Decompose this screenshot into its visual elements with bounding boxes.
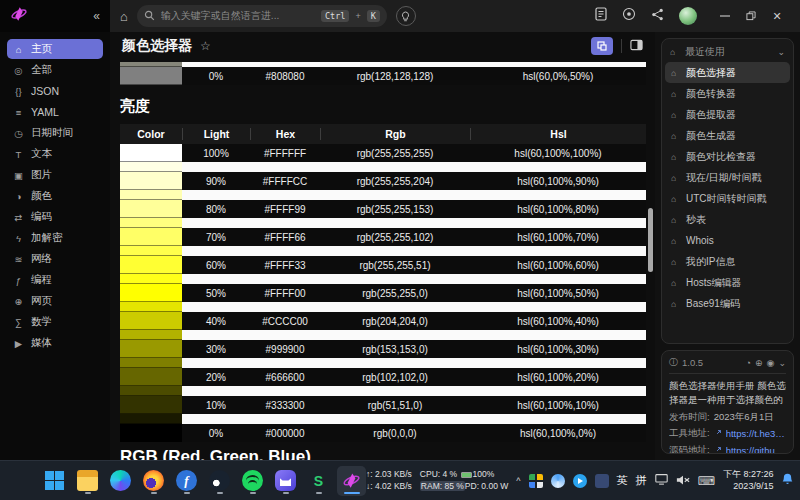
close-button[interactable]: ✕ [764, 0, 790, 32]
history-icon[interactable]: ◔ [746, 358, 751, 368]
taskbar-explorer-icon[interactable] [73, 466, 102, 496]
recent-item[interactable]: ⌂秒表 [665, 209, 790, 230]
sidebar-item-yaml[interactable]: ≡YAML [7, 102, 103, 122]
cell-light: 80% [182, 204, 250, 215]
volume-muted-icon[interactable] [676, 472, 690, 490]
recent-item[interactable]: ⌂Base91编码 [665, 293, 790, 314]
recent-header[interactable]: ⌂ 最近使用 ⌄ [665, 42, 790, 62]
recent-item[interactable]: ⌂Whois [665, 230, 790, 251]
scrollbar-thumb[interactable] [648, 208, 653, 272]
notification-bell-icon[interactable] [781, 472, 794, 490]
taskbar-clock[interactable]: 下午 8:27:26 2023/9/15 [723, 469, 774, 492]
taskbar-steam-icon[interactable] [205, 466, 234, 496]
recent-item[interactable]: ⌂我的IP信息 [665, 251, 790, 272]
favorite-star-icon[interactable]: ☆ [200, 39, 211, 53]
tool-icon: ⌂ [671, 215, 681, 225]
tray-blue-app-icon[interactable] [573, 474, 587, 488]
recent-item[interactable]: ⌂颜色提取器 [665, 104, 790, 125]
search-input[interactable]: 输入关键字或自然语言进... Ctrl + K [137, 5, 387, 27]
sidebar-item-encode[interactable]: ⇄编码 [7, 207, 103, 227]
tray-colorful-app-icon[interactable] [529, 474, 543, 488]
recent-item[interactable]: ⌂现在/日期/时间戳 [665, 167, 790, 188]
github-icon[interactable]: ◉ [767, 358, 775, 368]
color-swatch [120, 67, 182, 85]
cell-hsl: hsl(60,100%,80%) [470, 204, 646, 215]
sidebar-item-label: 网页 [31, 294, 52, 308]
start-logo [45, 471, 64, 490]
recent-item[interactable]: ⌂颜色生成器 [665, 125, 790, 146]
touch-keyboard-icon[interactable]: ⌨ [698, 474, 715, 488]
minimize-button[interactable] [712, 0, 738, 32]
collapse-sidebar-icon[interactable]: « [93, 9, 100, 23]
tool-icon: ⌂ [671, 68, 681, 78]
recent-item[interactable]: ⌂颜色转换器 [665, 83, 790, 104]
website-icon[interactable]: ⊕ [755, 358, 763, 368]
taskbar-edge-icon[interactable] [106, 466, 135, 496]
panel-chevron-icon[interactable]: ⌄ [778, 358, 786, 368]
user-avatar[interactable] [679, 7, 697, 25]
taskbar-he3-icon[interactable] [337, 466, 366, 496]
pin-window-icon[interactable] [591, 37, 613, 55]
sidebar-item-web[interactable]: ⊕网页 [7, 291, 103, 311]
tray-swirl-app-icon[interactable] [551, 474, 565, 488]
external-link-icon [714, 445, 722, 455]
sidebar-item-text[interactable]: T文本 [7, 144, 103, 164]
sidebar-item-crypto[interactable]: ϟ加解密 [7, 228, 103, 248]
taskbar-sapp-icon[interactable]: S [304, 466, 333, 496]
ime-english-indicator[interactable]: 英 [617, 473, 628, 488]
taskbar-start-icon[interactable] [40, 466, 69, 496]
changelog-icon[interactable] [595, 7, 607, 25]
scroll-content[interactable]: 0%#808080rgb(128,128,128)hsl(60,0%,50%) … [110, 60, 655, 460]
sidebar-item-home[interactable]: ⌂主页 [7, 39, 103, 59]
sidebar-item-network[interactable]: ≋网络 [7, 249, 103, 269]
sidebar-item-all[interactable]: ◎全部 [7, 60, 103, 80]
ime-pinyin-indicator[interactable]: 拼 [636, 473, 647, 488]
taskbar-spotify-icon[interactable] [238, 466, 267, 496]
home-icon[interactable]: ⌂ [120, 9, 128, 24]
window-controls: ✕ [712, 0, 790, 32]
col-header-light: Light [182, 128, 250, 140]
recent-item[interactable]: ⌂颜色选择器 [665, 62, 790, 83]
browser-icon[interactable] [622, 7, 636, 25]
sidebar-item-json[interactable]: {}JSON [7, 81, 103, 101]
taskbar-firefox-icon[interactable] [139, 466, 168, 496]
sidebar-item-media[interactable]: ▶媒体 [7, 333, 103, 353]
tool-icon: ⌂ [671, 89, 681, 99]
cell-rgb: rgb(0,0,0) [320, 428, 470, 439]
tool-version: 1.0.5 [682, 357, 703, 368]
info-field-link[interactable]: https://t.he3app.co… [726, 428, 786, 439]
recent-item[interactable]: ⌂颜色对比检查器 [665, 146, 790, 167]
sidebar-item-label: 颜色 [31, 189, 52, 203]
recent-item[interactable]: ⌂Hosts编辑器 [665, 272, 790, 293]
hint-lightbulb-icon[interactable] [396, 6, 416, 26]
screen-snip-icon[interactable] [655, 472, 668, 490]
tray-chevron-up-icon[interactable]: ^ [516, 476, 520, 486]
share-icon[interactable] [651, 7, 664, 25]
sidebar-item-image[interactable]: ▣图片 [7, 165, 103, 185]
sidebar-list: ⌂主页◎全部{}JSON≡YAML◷日期时间T文本▣图片◑颜色⇄编码ϟ加解密≋网… [0, 39, 110, 353]
info-field-label: 发布时间: [669, 411, 710, 424]
pd-stat: PD: 0.00 W [465, 481, 508, 491]
chevron-down-icon[interactable]: ⌄ [777, 47, 785, 57]
restore-button[interactable] [738, 0, 764, 32]
taskbar-fapp-icon[interactable]: f [172, 466, 201, 496]
sidebar-item-coding[interactable]: ƒ编程 [7, 270, 103, 290]
tool-icon: ⌂ [671, 257, 681, 267]
cell-light: 100% [182, 148, 250, 159]
toggle-panel-icon[interactable] [630, 37, 643, 55]
recent-item-label: Base91编码 [686, 297, 740, 311]
recent-item-label: 颜色生成器 [686, 129, 736, 143]
color-swatch [120, 330, 182, 340]
info-field-row: 源码地址:https://github.com… [669, 444, 786, 455]
main-content: 颜色选择器 ☆ 0%#808080rgb(128,128,128)hsl(60,… [110, 32, 655, 460]
taskbar-cat-icon[interactable] [271, 466, 300, 496]
recent-item[interactable]: ⌂UTC时间转时间戳 [665, 188, 790, 209]
info-field-link[interactable]: https://github.com… [726, 445, 786, 455]
cell-hex: #999900 [250, 344, 320, 355]
tray-faint-app-icon[interactable] [595, 474, 609, 488]
col-header-color: Color [120, 128, 182, 140]
color-swatch [120, 246, 182, 256]
sidebar-item-datetime[interactable]: ◷日期时间 [7, 123, 103, 143]
sidebar-item-color[interactable]: ◑颜色 [7, 186, 103, 206]
sidebar-item-math[interactable]: ∑数学 [7, 312, 103, 332]
